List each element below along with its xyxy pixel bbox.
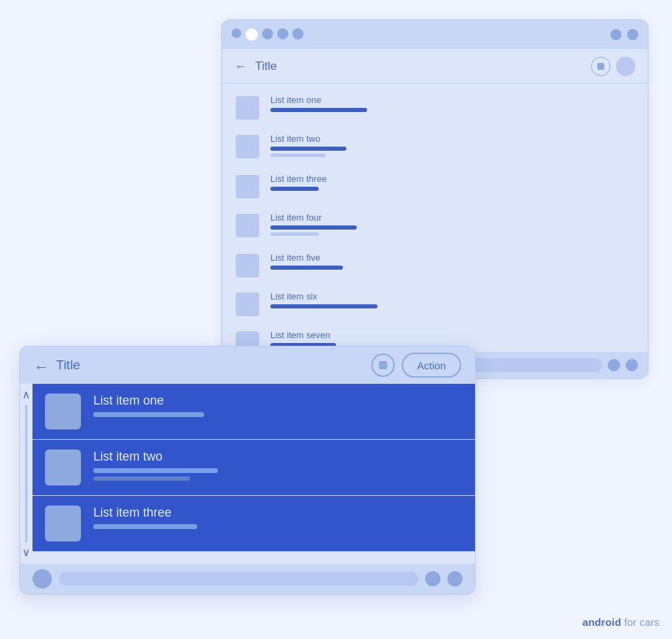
item-thumbnail	[236, 214, 259, 237]
item-title: List item two	[270, 133, 634, 144]
bottom-pill-front	[59, 572, 418, 586]
appbar-back: ← Title	[222, 49, 648, 84]
square-icon-front	[379, 361, 387, 369]
scroll-indicator: ∧ ∨	[20, 384, 32, 564]
item-title-front: List item three	[93, 506, 463, 520]
dot-3	[277, 28, 288, 39]
bottom-dot-sm-2	[626, 359, 638, 371]
bottom-dot-sm-front-2	[447, 571, 463, 586]
appbar-title-back: Title	[255, 59, 277, 73]
back-window: ← Title List item one List item two	[221, 19, 648, 379]
item-bar-primary	[270, 187, 319, 191]
back-arrow-icon[interactable]: ←	[234, 59, 248, 73]
list-item[interactable]: List item two	[222, 127, 648, 167]
item-thumbnail-front	[45, 506, 81, 541]
item-content: List item five	[270, 252, 634, 272]
item-content: List item four	[270, 212, 634, 239]
list-back: List item one List item two List item th…	[222, 84, 648, 366]
item-bar-primary	[270, 266, 343, 270]
list-item[interactable]: List item four	[222, 205, 648, 246]
item-bar-front-primary	[93, 412, 204, 417]
back-arrow-icon-front[interactable]: ←	[34, 358, 48, 372]
list-item[interactable]: List item three	[222, 167, 648, 205]
item-title: List item five	[270, 252, 634, 263]
item-title: List item six	[270, 291, 634, 302]
appbar-title-front: Title	[56, 358, 80, 373]
item-content-front: List item two	[93, 450, 463, 484]
item-content-front: List item one	[93, 393, 463, 420]
item-title: List item three	[270, 174, 634, 184]
titlebar-btn-2	[627, 29, 638, 40]
dot-2	[262, 28, 273, 39]
bottom-dot-sm-1	[608, 359, 620, 371]
titlebar-buttons-back	[610, 29, 638, 40]
dot-1	[232, 28, 241, 38]
list-front: List item one List item two List item th…	[32, 384, 475, 564]
item-title: List item seven	[270, 330, 634, 340]
item-bar-front-primary	[93, 468, 218, 473]
item-content-front: List item three	[93, 506, 463, 532]
titlebar-dots-back	[232, 28, 304, 41]
list-item-front[interactable]: List item two	[32, 440, 475, 496]
item-content: List item two	[270, 133, 634, 160]
bottom-dot-front	[32, 569, 52, 589]
list-item-front[interactable]: List item three	[32, 496, 475, 552]
item-title-front: List item one	[93, 393, 463, 408]
item-thumbnail	[236, 293, 259, 316]
list-item-front[interactable]: List item one	[32, 384, 475, 440]
dot-4	[292, 28, 304, 39]
bottom-bar-front	[20, 564, 475, 594]
front-window: ← Title Action ∧ ∨ List item one List i	[19, 346, 476, 595]
item-bar-front-primary	[93, 524, 197, 529]
titlebar-btn-1	[610, 29, 622, 40]
item-title: List item four	[270, 212, 634, 223]
scroll-down-icon[interactable]: ∨	[22, 547, 30, 558]
bottom-dot-sm-front-1	[425, 571, 440, 586]
item-bar-primary	[270, 304, 377, 308]
item-bar-primary	[270, 147, 346, 151]
appbar-actions-front: Action	[371, 353, 461, 378]
item-thumbnail	[236, 175, 259, 198]
item-bar-secondary	[270, 154, 326, 157]
square-icon-back	[597, 63, 604, 70]
item-thumbnail-front	[45, 393, 81, 429]
item-bar-front-secondary	[93, 476, 190, 481]
pill-btn-back[interactable]	[616, 57, 635, 76]
list-item[interactable]: List item one	[222, 88, 648, 127]
watermark-brand: android	[582, 616, 621, 628]
back-titlebar	[222, 20, 648, 49]
item-title-front: List item two	[93, 450, 463, 464]
item-content: List item three	[270, 174, 634, 194]
watermark: android for cars	[582, 616, 660, 628]
item-thumbnail	[236, 96, 259, 120]
item-content: List item six	[270, 291, 634, 311]
appbar-front: ← Title Action	[20, 346, 475, 384]
item-thumbnail	[236, 254, 259, 277]
item-bar-primary	[270, 225, 357, 230]
dot-white	[245, 28, 258, 41]
appbar-actions-back	[591, 57, 635, 76]
square-action-btn-back[interactable]	[591, 57, 610, 76]
watermark-suffix: for cars	[621, 616, 660, 628]
item-title: List item one	[270, 95, 634, 105]
item-thumbnail-front	[45, 450, 81, 485]
item-content: List item one	[270, 95, 634, 115]
item-bar-primary	[270, 108, 367, 112]
list-item[interactable]: List item six	[222, 284, 648, 323]
scroll-up-icon[interactable]: ∧	[22, 389, 30, 400]
item-bar-secondary	[270, 232, 319, 236]
square-action-btn-front[interactable]	[371, 353, 395, 377]
scroll-track	[25, 405, 28, 543]
action-button[interactable]: Action	[402, 353, 461, 378]
list-item[interactable]: List item five	[222, 246, 648, 284]
item-thumbnail	[236, 135, 259, 158]
